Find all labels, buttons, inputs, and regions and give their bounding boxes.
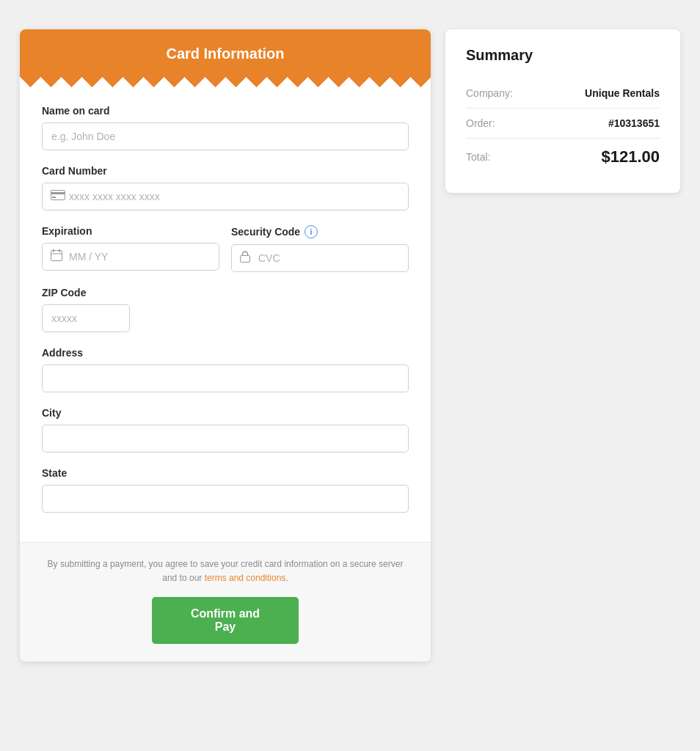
summary-company-value: Unique Rentals	[585, 87, 660, 99]
svg-rect-3	[51, 251, 62, 261]
security-code-input[interactable]	[231, 244, 409, 272]
calendar-icon	[51, 249, 62, 264]
card-number-group: Card Number	[42, 165, 409, 210]
name-on-card-label: Name on card	[42, 105, 409, 117]
summary-company-label: Company:	[466, 87, 513, 99]
card-header: Card Information	[20, 29, 431, 78]
summary-order-value: #10313651	[608, 117, 660, 129]
city-label: City	[42, 407, 409, 419]
summary-total-value: $121.00	[601, 147, 660, 166]
expiration-input[interactable]	[42, 243, 219, 271]
card-icon	[51, 190, 65, 203]
lock-icon	[240, 251, 250, 265]
svg-rect-1	[51, 192, 65, 194]
summary-panel: Summary Company: Unique Rentals Order: #…	[445, 29, 680, 193]
state-group: State	[42, 467, 409, 513]
summary-company-row: Company: Unique Rentals	[466, 78, 660, 109]
summary-order-row: Order: #10313651	[466, 109, 660, 139]
security-code-input-wrapper	[231, 244, 409, 272]
card-number-label: Card Number	[42, 165, 409, 177]
zip-code-group: ZIP Code	[42, 287, 409, 332]
name-on-card-input[interactable]	[42, 122, 409, 150]
footer-disclaimer: By submitting a payment, you agree to sa…	[42, 557, 409, 585]
summary-total-row: Total: $121.00	[466, 139, 660, 175]
terms-link[interactable]: terms and conditions	[205, 573, 286, 583]
city-group: City	[42, 407, 409, 453]
name-on-card-group: Name on card	[42, 105, 409, 150]
state-input[interactable]	[42, 485, 409, 513]
svg-rect-2	[52, 197, 56, 198]
address-label: Address	[42, 347, 409, 359]
zip-code-input[interactable]	[42, 304, 130, 332]
city-input[interactable]	[42, 425, 409, 453]
card-panel: Card Information Name on card Card Numbe…	[20, 29, 431, 662]
card-header-title: Card Information	[166, 45, 284, 62]
card-number-input-wrapper	[42, 183, 409, 210]
expiration-label: Expiration	[42, 225, 219, 237]
summary-total-label: Total:	[466, 151, 490, 163]
summary-order-label: Order:	[466, 117, 495, 129]
card-body: Name on card Card Number	[20, 83, 431, 542]
card-number-input[interactable]	[42, 183, 409, 210]
security-code-info-icon[interactable]: i	[305, 225, 318, 238]
zip-code-label: ZIP Code	[42, 287, 409, 298]
svg-rect-0	[51, 191, 65, 200]
summary-title: Summary	[466, 47, 660, 64]
confirm-pay-button[interactable]: Confirm and Pay	[152, 597, 299, 644]
address-group: Address	[42, 347, 409, 392]
security-code-group: Security Code i	[231, 225, 409, 272]
expiry-security-row: Expiration	[42, 225, 409, 287]
page-wrapper: Card Information Name on card Card Numbe…	[5, 15, 695, 676]
expiration-input-wrapper	[42, 243, 219, 271]
state-label: State	[42, 467, 409, 479]
address-input[interactable]	[42, 364, 409, 392]
svg-rect-7	[241, 256, 250, 263]
expiration-group: Expiration	[42, 225, 219, 272]
card-footer: By submitting a payment, you agree to sa…	[20, 542, 431, 662]
security-code-label: Security Code i	[231, 225, 409, 238]
